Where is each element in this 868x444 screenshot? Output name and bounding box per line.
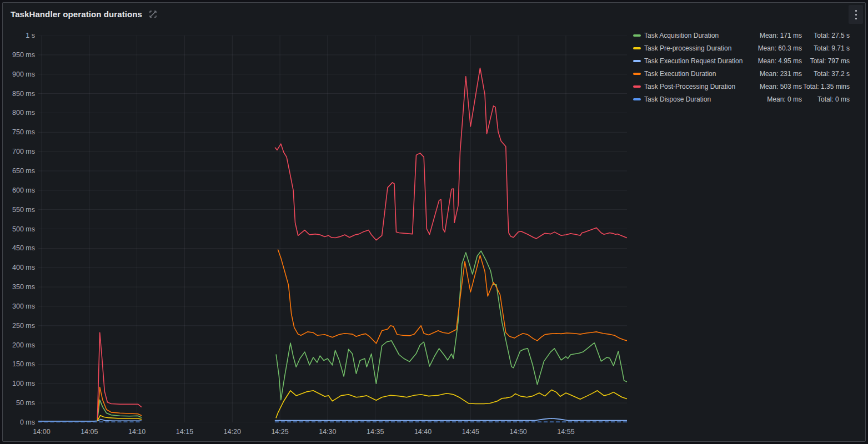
y-axis-label: 200 ms xyxy=(3,341,35,350)
legend-total-value: Total: 27.5 s xyxy=(802,32,850,39)
legend-series-swatch xyxy=(633,34,641,37)
x-axis-label: 14:55 xyxy=(557,428,574,436)
legend-item[interactable]: Task Dispose DurationMean: 0 msTotal: 0 … xyxy=(633,93,850,105)
legend: Task Acquisition DurationMean: 171 msTot… xyxy=(633,29,850,105)
x-axis-label: 14:30 xyxy=(319,428,336,436)
legend-total-value: Total: 0 ms xyxy=(802,95,850,103)
legend-series-swatch xyxy=(633,47,641,49)
kebab-menu-icon xyxy=(855,10,857,12)
x-axis-label: 14:10 xyxy=(128,428,145,436)
y-axis-label: 150 ms xyxy=(3,360,35,369)
y-axis-label: 850 ms xyxy=(3,89,35,98)
x-axis-label: 14:45 xyxy=(462,428,479,436)
panel-menu-button[interactable] xyxy=(849,5,863,24)
y-axis-label: 700 ms xyxy=(3,147,35,156)
y-axis: 1 s950 ms900 ms850 ms800 ms750 ms700 ms6… xyxy=(3,3,35,441)
y-axis-label: 0 ms xyxy=(3,418,35,427)
y-axis-label: 750 ms xyxy=(3,128,35,137)
legend-item[interactable]: Task Pre-processing DurationMean: 60.3 m… xyxy=(633,42,850,54)
y-axis-label: 450 ms xyxy=(3,244,35,253)
legend-mean-value: Mean: 60.3 ms xyxy=(753,44,802,52)
legend-total-value: Total: 37.2 s xyxy=(802,70,850,78)
panel-header: TaskHandler operation durations xyxy=(3,3,865,25)
x-axis-label: 14:50 xyxy=(510,428,527,436)
legend-mean-value: Mean: 171 ms xyxy=(753,32,802,39)
y-axis-label: 950 ms xyxy=(3,51,35,59)
y-axis-label: 300 ms xyxy=(3,302,35,311)
y-axis-label: 600 ms xyxy=(3,186,35,195)
x-axis-label: 14:00 xyxy=(33,428,50,436)
y-axis-label: 250 ms xyxy=(3,321,35,330)
legend-series-label: Task Acquisition Duration xyxy=(644,32,753,39)
legend-total-value: Total: 9.71 s xyxy=(802,44,850,52)
y-axis-label: 650 ms xyxy=(3,167,35,175)
plot-area[interactable] xyxy=(38,36,627,422)
y-axis-label: 550 ms xyxy=(3,205,35,214)
legend-mean-value: Mean: 503 ms xyxy=(753,83,802,90)
legend-mean-value: Mean: 231 ms xyxy=(753,70,802,78)
x-axis-label: 14:15 xyxy=(176,428,193,436)
y-axis-label: 100 ms xyxy=(3,379,35,388)
y-axis-label: 800 ms xyxy=(3,108,35,117)
legend-series-label: Task Dispose Duration xyxy=(644,95,753,103)
x-axis-label: 14:05 xyxy=(81,428,98,436)
legend-series-label: Task Execution Duration xyxy=(644,70,753,78)
x-axis-label: 14:35 xyxy=(367,428,384,436)
legend-series-swatch xyxy=(633,60,641,62)
y-axis-label: 900 ms xyxy=(3,70,35,79)
kebab-menu-icon xyxy=(855,14,857,16)
y-axis-label: 400 ms xyxy=(3,263,35,272)
legend-item[interactable]: Task Acquisition DurationMean: 171 msTot… xyxy=(633,29,850,42)
time-series-canvas[interactable] xyxy=(38,36,627,422)
y-axis-label: 500 ms xyxy=(3,225,35,234)
kebab-menu-icon xyxy=(855,18,857,19)
x-axis-label: 14:20 xyxy=(224,428,241,436)
legend-total-value: Total: 797 ms xyxy=(802,57,850,65)
legend-series-swatch xyxy=(633,98,641,100)
y-axis-label: 50 ms xyxy=(3,398,35,407)
y-axis-label: 350 ms xyxy=(3,282,35,291)
y-axis-label: 1 s xyxy=(3,31,35,40)
legend-item[interactable]: Task Execution DurationMean: 231 msTotal… xyxy=(633,67,850,80)
legend-mean-value: Mean: 0 ms xyxy=(753,95,802,103)
grafana-panel: TaskHandler operation durations 1 s950 m… xyxy=(2,2,866,442)
legend-item[interactable]: Task Execution Request DurationMean: 4.9… xyxy=(633,54,850,67)
x-axis-label: 14:40 xyxy=(414,428,432,436)
x-axis-label: 14:25 xyxy=(271,428,288,436)
legend-series-swatch xyxy=(633,85,641,88)
legend-series-label: Task Execution Request Duration xyxy=(644,57,753,65)
legend-mean-value: Mean: 4.95 ms xyxy=(753,57,802,65)
legend-series-swatch xyxy=(633,73,641,75)
legend-item[interactable]: Task Post-Processing DurationMean: 503 m… xyxy=(633,80,850,93)
legend-series-label: Task Pre-processing Duration xyxy=(644,44,753,52)
legend-total-value: Total: 1.35 mins xyxy=(802,83,850,90)
legend-series-label: Task Post-Processing Duration xyxy=(644,83,753,90)
library-panel-icon xyxy=(149,10,157,18)
